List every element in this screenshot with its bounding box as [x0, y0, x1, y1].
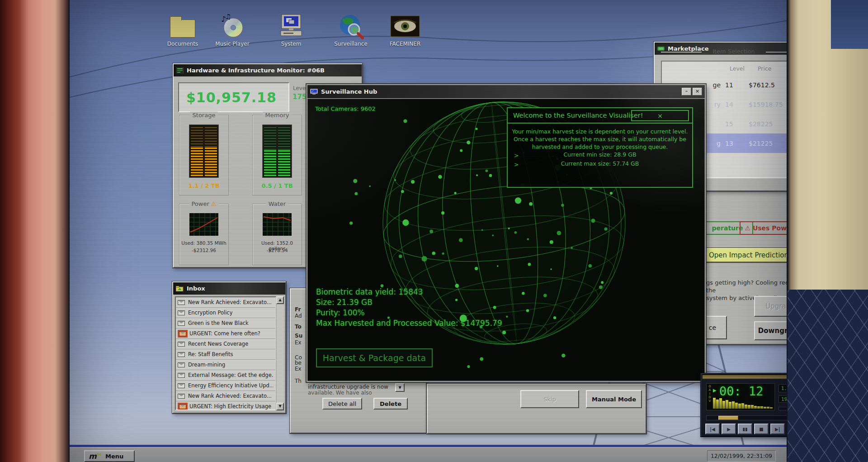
power-group: Power ⚠ Used: 380.35 MWh -$2312.96	[179, 204, 229, 265]
surveillance-hub-window: Surveillance Hub – × Total Cameras: 9602…	[306, 84, 706, 382]
memory-group: Memory 0.5 / 1 TB	[252, 115, 302, 195]
taskbar-clock: 12/02/1999, 22:31:09	[707, 450, 776, 462]
track-title-display: 1. TEKRIDER - WORKLIFE (3:48)	[778, 384, 788, 392]
envelope-icon	[179, 404, 186, 409]
price-column-header: Price	[758, 65, 772, 72]
os-logo: mos	[89, 452, 101, 460]
next-button[interactable]: ▶|	[770, 424, 785, 434]
inbox-item[interactable]: Recent News Coverage	[176, 339, 275, 349]
player-titlebar[interactable]: ×	[703, 375, 788, 380]
water-cost: -$278.54	[253, 248, 302, 253]
max-size-value: Current max size: 57.74 GB	[561, 160, 639, 167]
envelope-icon	[179, 331, 186, 336]
seek-bar[interactable]	[706, 415, 788, 420]
water-group: Water Used: 1352.0 gallons -$278.54	[252, 204, 302, 265]
inbox-item[interactable]: Energy Efficiency Initiative Upd...	[176, 381, 275, 391]
balance-display: $10,957.18	[178, 82, 289, 112]
delete-button[interactable]: Delete	[373, 398, 408, 410]
minimize-icon[interactable]: –	[682, 88, 691, 95]
play-button[interactable]: ▶	[722, 424, 736, 434]
play-state-icon: ▶	[713, 388, 717, 393]
previous-button[interactable]: |◀	[705, 424, 720, 434]
surveillance-hub-title: Surveillance Hub	[321, 88, 377, 95]
inbox-item-urgent[interactable]: URGENT: Come here often?	[176, 329, 275, 339]
monitor-bezel-left	[0, 0, 69, 462]
cd-music-icon: ♪♫	[217, 14, 247, 39]
email-field-fragment: be	[295, 360, 302, 366]
harvest-package-button[interactable]: Harvest & Package data	[316, 348, 433, 367]
delete-all-button[interactable]: Delete all	[322, 398, 362, 410]
inbox-item[interactable]: New Rank Achieved: Excavato...	[176, 391, 275, 401]
power-cost: -$2312.96	[179, 248, 228, 253]
globe-magnifier-icon	[336, 14, 366, 39]
email-field-fragment: Su	[295, 333, 302, 339]
desktop-icon-faceminer[interactable]: FACEMINER	[386, 14, 424, 47]
envelope-icon	[178, 352, 185, 357]
titlebar-stripes	[703, 376, 788, 379]
max-harvest-value: Max Harvested and Processed Value: $1479…	[316, 318, 502, 329]
pause-button[interactable]: ▮▮	[738, 424, 752, 434]
manual-mode-button[interactable]: Manual Mode	[586, 390, 642, 408]
open-impact-prediction-button[interactable]: Open Impact Prediction	[703, 248, 788, 262]
mail-folder-icon	[176, 286, 184, 291]
uses-power-badge: ⚠ Uses Power	[740, 221, 788, 235]
desktop-icon-surveillance[interactable]: Surveillance	[332, 14, 370, 47]
upgrade-button[interactable]: Upgrade ⇧	[754, 296, 788, 317]
envelope-icon	[178, 383, 185, 388]
skip-button[interactable]: Skip	[520, 390, 579, 408]
desktop-icon-documents[interactable]: Documents	[164, 14, 202, 47]
scroll-up-icon[interactable]: ▲	[276, 296, 284, 304]
scroll-down-icon[interactable]: ▼	[276, 403, 284, 410]
inbox-item[interactable]: Green is the New Black	[176, 318, 275, 329]
inbox-item[interactable]: Re: Staff Benefits	[176, 349, 275, 360]
email-field-fragment: Ad	[295, 313, 302, 319]
desktop-icon-system[interactable]: System	[272, 14, 310, 47]
taskbar: mos Menu 12/02/1999, 22:31:09	[70, 445, 788, 462]
downgrade-button[interactable]: Downgrade ⇩	[754, 321, 788, 340]
total-cameras-label: Total Cameras: 9602	[315, 105, 376, 112]
hardware-monitor-titlebar[interactable]: Hardware & Infrastructure Monitor: #06B	[174, 64, 362, 76]
menu-button[interactable]: mos Menu	[84, 450, 135, 462]
memory-meter	[262, 124, 292, 178]
level-column-header: Level	[730, 65, 745, 72]
inbox-item[interactable]: External Message: Get the edge...	[176, 370, 275, 381]
stop-button[interactable]: ■	[754, 424, 769, 434]
desktop-icon-label: Documents	[164, 41, 202, 47]
music-player-window: × O A I D V ▶ 00: 12 1. TEKRIDER - WORKL…	[700, 373, 788, 437]
inbox-item[interactable]: Encryption Policy	[176, 308, 275, 318]
inbox-scrollbar[interactable]: ▲ ▼	[276, 296, 284, 410]
email-field-fragment: To	[295, 324, 302, 330]
harvest-size: Size: 21.39 GB	[316, 297, 502, 308]
inbox-window: Inbox New Rank Achieved: Excavato... Enc…	[172, 281, 286, 414]
volume-slider[interactable]	[778, 407, 788, 410]
desktop-icon-label: System	[272, 41, 310, 47]
player-lcd: O A I D V ▶ 00: 12	[706, 383, 775, 410]
level-value: 175	[292, 93, 307, 101]
surveillance-hub-titlebar[interactable]: Surveillance Hub – ×	[307, 85, 705, 98]
memory-value: 0.5 / 1 TB	[253, 182, 302, 189]
clutterbar[interactable]: O A I D V	[708, 385, 712, 403]
close-icon[interactable]: ×	[693, 88, 702, 95]
power-graph	[189, 213, 218, 236]
track-time: 00: 12	[719, 384, 764, 398]
inbox-title: Inbox	[187, 285, 205, 292]
seek-handle[interactable]	[718, 416, 738, 420]
envelope-icon	[178, 300, 185, 305]
harvest-purity: Purity: 100%	[316, 308, 502, 318]
dropdown-arrow-icon[interactable]: ▼	[395, 383, 405, 392]
hardware-monitor-title: Hardware & Infrastructure Monitor: #06B	[187, 67, 325, 74]
dialog-text: Your min/max harvest size is dependent o…	[508, 128, 692, 135]
inbox-item-urgent[interactable]: URGENT: High Electricity Usage	[176, 401, 275, 410]
envelope-icon	[178, 342, 185, 347]
storage-group: Storage 1.1 / 2 TB	[179, 115, 229, 195]
pylon-through-window	[788, 290, 868, 462]
inbox-titlebar[interactable]: Inbox	[173, 282, 285, 295]
inbox-item[interactable]: Dream-mining	[176, 360, 275, 370]
dialog-close-button[interactable]: ×	[631, 110, 689, 121]
surveillance-visualiser: Total Cameras: 9602 Welcome to the Surve…	[307, 99, 705, 381]
desktop-icon-music-player[interactable]: ♪♫ Music Player	[213, 14, 251, 47]
inbox-item[interactable]: New Rank Achieved: Excavato...	[176, 297, 275, 308]
email-field-fragment: Fr	[295, 306, 301, 313]
desktop-icon-label: Music Player	[213, 41, 251, 47]
inbox-list: New Rank Achieved: Excavato... Encryptio…	[175, 296, 276, 410]
